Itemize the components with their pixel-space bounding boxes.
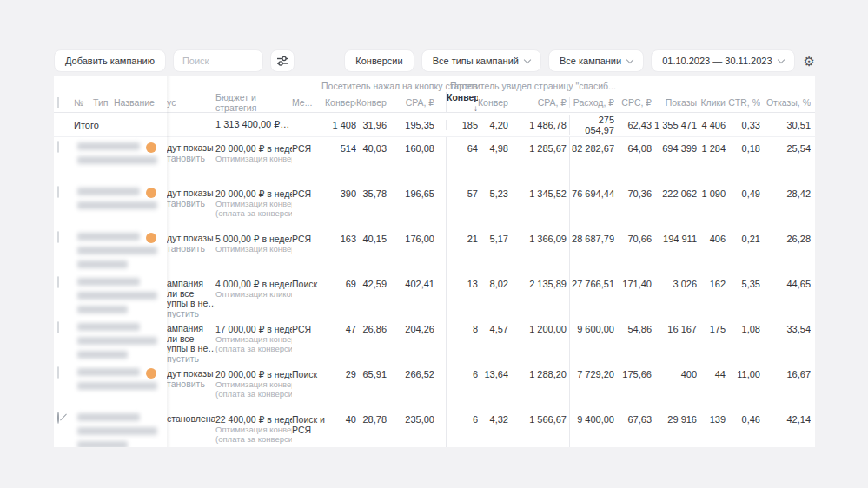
col-cpa-a[interactable]: CPA, ₽: [387, 97, 434, 108]
budget-value: 5 000,00 ₽ в неделю: [215, 234, 292, 244]
strategy-label: Оптимизация конверсий: [215, 199, 292, 208]
strategy-label: Оптимизация кликов: [215, 289, 292, 299]
status-action-link[interactable]: тановить: [167, 379, 215, 390]
date-range-select[interactable]: 01.10.2023 — 30.11.2023: [651, 49, 794, 72]
budget-value: 20 000,00 ₽ в неделю: [215, 143, 292, 154]
campaign-status-dot-icon: [146, 233, 156, 243]
status-cell: становлена: [167, 408, 215, 447]
col-type[interactable]: Тип: [93, 97, 114, 108]
conv-a-cell: 163: [325, 228, 356, 273]
conv-b-cell: 40,15: [356, 228, 387, 273]
row-checkbox[interactable]: [57, 231, 59, 243]
placement-cell: Поиск: [292, 363, 325, 408]
strategy-label: Оптимизация конверсий: [215, 425, 292, 434]
col-budget[interactable]: Бюджет и стратегия: [215, 92, 292, 113]
col-cpc[interactable]: CPC, ₽: [614, 97, 652, 108]
strategy-label: Оптимизация конверсий: [215, 334, 292, 344]
campaign-name-blurred[interactable]: [77, 232, 162, 273]
col-cpa-b[interactable]: CPA, ₽: [508, 97, 567, 108]
col-status[interactable]: ус: [167, 97, 215, 108]
search-input[interactable]: [173, 49, 263, 72]
campaign-name-blurred[interactable]: [77, 142, 162, 182]
cost-cell: 27 766,51: [569, 273, 614, 318]
col-place[interactable]: Ме...: [292, 97, 325, 108]
conv-d-cell: 8,02: [478, 273, 508, 318]
campaign-name-cell: [54, 273, 167, 318]
campaign-type-select[interactable]: Все типы кампаний: [421, 49, 541, 72]
col-clicks[interactable]: Клики: [697, 97, 726, 108]
conv-a-cell: 69: [325, 273, 356, 318]
cost-cell: 28 687,79: [569, 228, 614, 273]
cpa-b-cell: 1 288,20: [508, 363, 567, 408]
placement-cell: РСЯ: [292, 182, 325, 228]
table-header-row: № Тип Название ус Бюджет и стратегия Ме.…: [54, 92, 815, 113]
row-checkbox[interactable]: [57, 141, 59, 153]
campaign-name-cell: [54, 182, 167, 228]
ctr-cell: 1,08: [726, 318, 760, 363]
bounce-cell: 26,28: [760, 228, 811, 273]
totals-label: Итого: [54, 120, 167, 130]
ctr-cell: 0,21: [726, 228, 760, 273]
conv-b-cell: 42,59: [356, 273, 387, 318]
col-ctr[interactable]: CTR, %: [726, 97, 760, 108]
bounce-cell: 28,42: [760, 182, 811, 228]
totals-cpc: 62,43: [614, 120, 652, 130]
gear-icon[interactable]: ⚙: [802, 55, 815, 68]
status-cell: ампанияли всеуппы в не… пустить: [167, 318, 215, 363]
cpa-a-cell: 196,65: [387, 182, 434, 228]
status-text: ампания: [167, 324, 215, 334]
status-action-link[interactable]: пустить: [167, 354, 215, 364]
row-checkbox[interactable]: [57, 366, 59, 379]
col-conv-c-sorted[interactable]: Конверс... ↓: [446, 92, 478, 113]
strategy-note: (оплата за конверсии): [215, 344, 292, 353]
col-name[interactable]: Название: [114, 97, 167, 108]
campaign-name-blurred[interactable]: [77, 187, 162, 228]
row-checkbox[interactable]: [57, 276, 59, 288]
col-number[interactable]: №: [74, 97, 93, 108]
campaign-name-blurred[interactable]: [77, 367, 162, 408]
cpa-a-cell: 402,41: [387, 273, 434, 318]
col-impressions[interactable]: Показы: [652, 97, 697, 108]
row-checkbox[interactable]: [57, 186, 59, 198]
conversions-button[interactable]: Конверсии: [344, 49, 414, 72]
conv-d-cell: 13,64: [478, 363, 508, 408]
conv-d-cell: 5,17: [478, 228, 508, 273]
budget-value: 20 000,00 ₽ в неделю: [215, 188, 292, 199]
campaign-name-cell: [54, 228, 167, 273]
status-action-link[interactable]: пустить: [167, 309, 215, 319]
cpa-b-cell: 2 135,89: [508, 273, 567, 318]
status-text: дут показы: [167, 188, 215, 199]
filter-button[interactable]: [270, 49, 295, 72]
status-action-link[interactable]: тановить: [167, 199, 215, 209]
col-conv-a[interactable]: Конверс...: [325, 97, 356, 108]
conv-a-cell: 47: [325, 318, 356, 363]
status-text: становлена: [167, 414, 215, 425]
col-conv-d[interactable]: Конверс...: [478, 97, 508, 108]
status-action-link[interactable]: тановить: [167, 244, 215, 254]
table-row: ампанияли всеуппы в не… пустить 4 000,00…: [54, 273, 815, 318]
cost-cell: 7 729,20: [569, 363, 614, 408]
campaign-name-blurred[interactable]: [77, 412, 162, 447]
select-all-checkbox[interactable]: [57, 97, 59, 108]
campaign-select[interactable]: Все кампании: [548, 49, 644, 72]
status-cell: дут показы тановить: [167, 182, 215, 228]
table-row: ампанияли всеуппы в не… пустить 17 000,0…: [54, 318, 815, 363]
campaigns-table: Посетитель нажал на кнопку стартов... По…: [54, 76, 815, 447]
budget-cell: 20 000,00 ₽ в неделю Оптимизация конверс…: [215, 137, 292, 182]
add-campaign-button[interactable]: Добавить кампанию: [54, 49, 166, 72]
cost-cell: 76 694,44: [569, 182, 614, 228]
clicks-cell: 1 090: [697, 182, 726, 228]
cpa-a-cell: 266,52: [387, 363, 434, 408]
col-cost[interactable]: Расход, ₽: [569, 97, 614, 108]
placement-cell: Поиск: [292, 273, 325, 318]
col-conv-b[interactable]: Конверс...: [356, 97, 387, 108]
impressions-cell: 694 399: [652, 137, 697, 182]
placement-cell: Поиск и РСЯ: [292, 408, 325, 447]
totals-conv-c: 185: [446, 120, 478, 130]
campaign-name-blurred[interactable]: [77, 322, 162, 363]
campaign-name-blurred[interactable]: [77, 277, 162, 318]
col-bounce[interactable]: Отказы, %: [760, 97, 811, 108]
row-checkbox[interactable]: [57, 321, 59, 333]
status-action-link[interactable]: тановить: [167, 154, 215, 164]
ctr-cell: 11,00: [726, 363, 760, 408]
